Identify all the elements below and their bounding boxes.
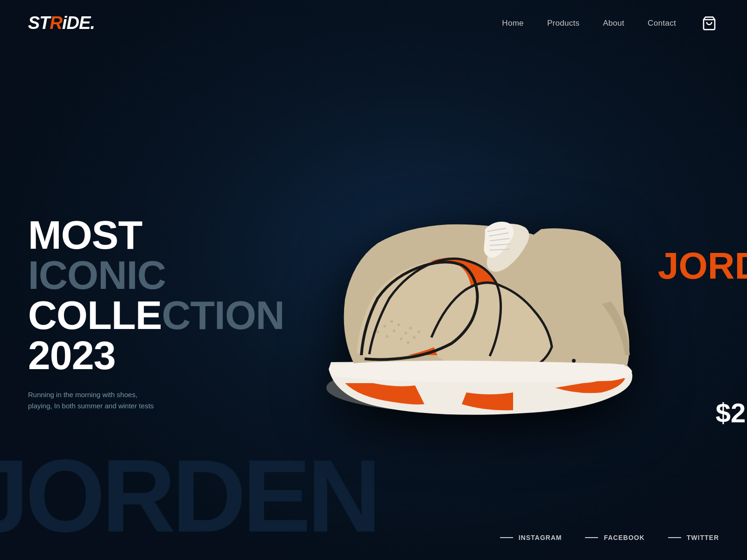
right-section: AIR JORDEN OG $216.00 [658, 179, 747, 428]
svg-point-8 [376, 330, 379, 333]
svg-point-12 [393, 329, 395, 332]
main-content: MOST ICONIC COLLECTION 2023 Running in t… [0, 33, 747, 546]
svg-point-11 [386, 335, 388, 338]
nav-links: Home Products About Contact [502, 14, 719, 33]
svg-point-15 [404, 332, 407, 335]
left-section: MOST ICONIC COLLECTION 2023 Running in t… [28, 196, 284, 412]
footer-social: INSTAGRAM FACEBOOK TWITTER [500, 534, 719, 541]
cart-button[interactable] [699, 14, 719, 33]
product-name: AIR JORDEN OG [658, 207, 747, 325]
svg-point-16 [409, 327, 412, 329]
social-link-instagram[interactable]: INSTAGRAM [500, 534, 562, 541]
nav-item-home[interactable]: Home [502, 19, 524, 28]
social-link-twitter[interactable]: TWITTER [668, 534, 719, 541]
svg-point-9 [383, 325, 386, 328]
hero-title: MOST ICONIC COLLECTION 2023 [28, 215, 284, 375]
svg-point-7 [572, 359, 576, 363]
svg-point-18 [413, 336, 416, 339]
hero-subtitle: Running in the morning with shoes, playi… [28, 389, 159, 412]
product-price: $216.00 [658, 397, 747, 428]
svg-point-14 [400, 337, 402, 340]
shoe-image [284, 159, 658, 420]
nav-item-products[interactable]: Products [547, 19, 580, 28]
social-link-facebook[interactable]: FACEBOOK [585, 534, 644, 541]
nav-item-about[interactable]: About [603, 19, 624, 28]
nav-item-contact[interactable]: Contact [648, 19, 676, 28]
svg-point-13 [397, 323, 400, 326]
svg-point-17 [407, 341, 409, 344]
navbar: STRiDE. Home Products About Contact [0, 0, 747, 33]
brand-logo[interactable]: STRiDE. [28, 13, 95, 33]
center-section [284, 80, 658, 500]
svg-point-19 [417, 330, 420, 333]
svg-point-10 [390, 320, 393, 323]
